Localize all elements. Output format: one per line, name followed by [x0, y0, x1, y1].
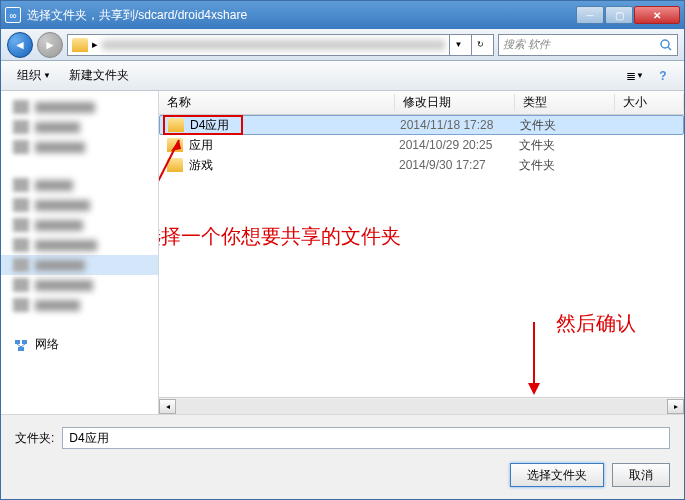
- svg-rect-3: [22, 340, 27, 344]
- forward-button[interactable]: ►: [37, 32, 63, 58]
- minimize-button[interactable]: ─: [576, 6, 604, 24]
- path-blurred: [102, 40, 445, 50]
- svg-rect-4: [18, 347, 24, 351]
- sidebar-item[interactable]: [1, 97, 158, 117]
- nav-bar: ◄ ► ▸ ▼ ↻ 搜索 软件: [1, 29, 684, 61]
- maximize-button[interactable]: ▢: [605, 6, 633, 24]
- column-headers: 名称 修改日期 类型 大小: [159, 91, 684, 115]
- column-type[interactable]: 类型: [515, 94, 615, 111]
- sidebar-item[interactable]: [1, 195, 158, 215]
- app-icon: ∞: [5, 7, 21, 23]
- file-row[interactable]: 游戏 2014/9/30 17:27 文件夹: [159, 155, 684, 175]
- sidebar-item[interactable]: [1, 137, 158, 157]
- folder-icon: [167, 138, 183, 152]
- main-panel: 名称 修改日期 类型 大小 D4应用 2014/11/18 17:28 文件夹 …: [159, 91, 684, 414]
- annotation-text-1: 选择一个你想要共享的文件夹: [159, 223, 401, 250]
- column-size[interactable]: 大小: [615, 94, 684, 111]
- select-folder-button[interactable]: 选择文件夹: [510, 463, 604, 487]
- dialog-window: ∞ 选择文件夹，共享到/sdcard/droid4xshare ─ ▢ ✕ ◄ …: [0, 0, 685, 500]
- sidebar-item[interactable]: [1, 175, 158, 195]
- annotation-arrow-2: [514, 317, 554, 397]
- new-folder-button[interactable]: 新建文件夹: [63, 65, 135, 86]
- sidebar-item[interactable]: [1, 255, 158, 275]
- sidebar-item[interactable]: [1, 235, 158, 255]
- network-icon: [13, 338, 29, 352]
- close-button[interactable]: ✕: [634, 6, 680, 24]
- search-input[interactable]: 搜索 软件: [498, 34, 678, 56]
- svg-marker-10: [528, 383, 540, 395]
- annotation-text-2: 然后确认: [556, 310, 636, 337]
- scroll-track[interactable]: [176, 399, 667, 414]
- svg-line-5: [17, 344, 21, 347]
- horizontal-scrollbar[interactable]: ◂ ▸: [159, 397, 684, 414]
- back-button[interactable]: ◄: [7, 32, 33, 58]
- column-date[interactable]: 修改日期: [395, 94, 515, 111]
- sidebar-item[interactable]: [1, 117, 158, 137]
- file-row[interactable]: 应用 2014/10/29 20:25 文件夹: [159, 135, 684, 155]
- sidebar: 网络: [1, 91, 159, 414]
- annotation-box-1: [163, 115, 243, 135]
- column-name[interactable]: 名称: [159, 94, 395, 111]
- folder-name-input[interactable]: [62, 427, 670, 449]
- folder-icon: [167, 158, 183, 172]
- file-list[interactable]: D4应用 2014/11/18 17:28 文件夹 应用 2014/10/29 …: [159, 115, 684, 397]
- window-title: 选择文件夹，共享到/sdcard/droid4xshare: [27, 7, 576, 24]
- breadcrumb[interactable]: ▸ ▼ ↻: [67, 34, 494, 56]
- svg-rect-2: [15, 340, 20, 344]
- sidebar-network[interactable]: 网络: [1, 333, 158, 356]
- organize-menu[interactable]: 组织 ▼: [11, 65, 57, 86]
- refresh-button[interactable]: ↻: [471, 34, 489, 56]
- view-options-button[interactable]: ≣ ▼: [624, 65, 646, 87]
- footer: 文件夹: 选择文件夹 取消: [1, 414, 684, 499]
- svg-line-6: [21, 344, 25, 347]
- toolbar: 组织 ▼ 新建文件夹 ≣ ▼ ?: [1, 61, 684, 91]
- folder-icon: [72, 38, 88, 52]
- svg-point-0: [661, 40, 669, 48]
- sidebar-item[interactable]: [1, 275, 158, 295]
- scroll-right-button[interactable]: ▸: [667, 399, 684, 414]
- search-icon: [659, 38, 673, 52]
- svg-line-1: [668, 47, 671, 50]
- titlebar[interactable]: ∞ 选择文件夹，共享到/sdcard/droid4xshare ─ ▢ ✕: [1, 1, 684, 29]
- help-button[interactable]: ?: [652, 65, 674, 87]
- cancel-button[interactable]: 取消: [612, 463, 670, 487]
- sidebar-item[interactable]: [1, 215, 158, 235]
- scroll-left-button[interactable]: ◂: [159, 399, 176, 414]
- breadcrumb-dropdown[interactable]: ▼: [449, 34, 467, 56]
- folder-label: 文件夹:: [15, 430, 54, 447]
- sidebar-item[interactable]: [1, 295, 158, 315]
